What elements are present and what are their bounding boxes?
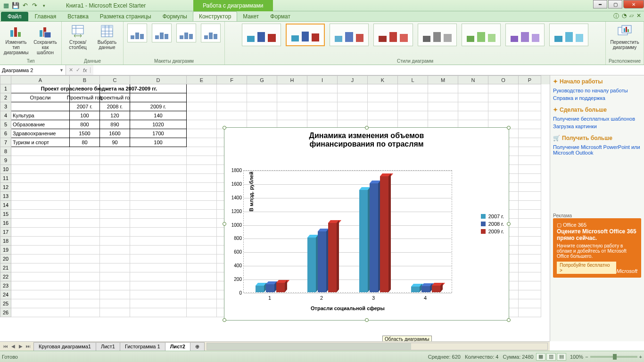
cell[interactable] <box>70 228 100 237</box>
column-header[interactable]: K <box>368 75 398 84</box>
cell[interactable] <box>458 102 488 111</box>
cell[interactable] <box>187 237 217 246</box>
cell[interactable] <box>187 281 217 290</box>
select-data-button[interactable]: Выбрать данные <box>94 23 120 51</box>
cell[interactable] <box>100 201 130 210</box>
chart-bar[interactable] <box>328 223 337 292</box>
cell[interactable] <box>11 165 70 174</box>
cell[interactable] <box>70 281 100 290</box>
cell[interactable] <box>100 174 130 183</box>
tab-home[interactable]: Главная <box>29 12 62 21</box>
cell[interactable] <box>100 290 130 299</box>
cell[interactable] <box>187 308 217 317</box>
zoom-level[interactable]: 100% <box>570 354 583 360</box>
cell[interactable] <box>11 246 70 255</box>
cell[interactable] <box>519 192 541 201</box>
cell[interactable] <box>368 102 398 111</box>
cell[interactable] <box>247 111 277 120</box>
cell[interactable]: 120 <box>100 111 130 120</box>
cell[interactable] <box>187 111 217 120</box>
row-header[interactable]: 26 <box>0 308 11 317</box>
chart-plot-area[interactable]: В млрд. рублей Отрасли социальной сферы … <box>243 170 452 293</box>
cell[interactable] <box>100 272 130 281</box>
row-header[interactable]: 3 <box>0 102 11 111</box>
row-header[interactable]: 14 <box>0 201 11 210</box>
cell[interactable] <box>11 183 70 192</box>
cell[interactable] <box>519 290 541 299</box>
cell[interactable] <box>130 192 187 201</box>
cell[interactable]: 90 <box>100 138 130 147</box>
cell[interactable] <box>70 156 100 165</box>
cell[interactable] <box>277 93 307 102</box>
cell[interactable] <box>11 192 70 201</box>
tab-formulas[interactable]: Формулы <box>157 12 193 21</box>
tab-chart-design[interactable]: Конструктор <box>193 11 237 21</box>
minimize-button[interactable]: ━ <box>593 0 607 8</box>
column-header[interactable]: N <box>458 75 488 84</box>
cell[interactable] <box>187 255 217 263</box>
tab-insert[interactable]: Вставка <box>62 12 94 21</box>
cell[interactable] <box>130 183 187 192</box>
cell[interactable] <box>187 192 217 201</box>
cell[interactable] <box>519 228 541 237</box>
cell[interactable] <box>519 201 541 210</box>
cell[interactable] <box>398 111 428 120</box>
cell[interactable] <box>11 102 70 111</box>
cell[interactable] <box>519 165 541 174</box>
cell[interactable] <box>187 201 217 210</box>
pane-link[interactable]: Получение бесплатных шаблонов <box>553 115 641 123</box>
cell[interactable] <box>11 281 70 290</box>
row-header[interactable]: 16 <box>0 219 11 228</box>
cell[interactable] <box>187 174 217 183</box>
chart-bar[interactable] <box>276 283 285 292</box>
cell[interactable]: 1600 <box>100 129 130 138</box>
chart-legend-item[interactable]: 2009 г. <box>481 229 504 234</box>
cell[interactable] <box>70 246 100 255</box>
cell[interactable] <box>519 263 541 272</box>
cell[interactable] <box>130 246 187 255</box>
cell[interactable] <box>187 138 217 147</box>
cell[interactable] <box>100 308 130 317</box>
chart-object[interactable]: Динамика изменения объемов финансировани… <box>224 127 509 321</box>
cell[interactable] <box>130 308 187 317</box>
cell[interactable] <box>247 102 277 111</box>
row-header[interactable]: 13 <box>0 192 11 201</box>
cell[interactable] <box>187 210 217 219</box>
cell[interactable] <box>187 120 217 129</box>
cell[interactable] <box>187 147 217 156</box>
cell[interactable] <box>130 165 187 174</box>
cell[interactable]: 100 <box>130 138 187 147</box>
cell[interactable] <box>130 156 187 165</box>
cell[interactable] <box>519 93 541 102</box>
chart-style-thumb[interactable] <box>286 24 325 46</box>
chart-style-thumb[interactable] <box>330 24 369 46</box>
chart-y-axis-label[interactable]: В млрд. рублей <box>248 172 254 212</box>
column-header[interactable]: A <box>11 75 70 84</box>
chart-legend-item[interactable]: 2008 г. <box>481 221 504 227</box>
cell[interactable]: Туризм и спорт <box>11 138 70 147</box>
cell[interactable] <box>488 102 519 111</box>
sheet-nav-prev-icon[interactable]: ◀ <box>9 344 17 349</box>
column-header[interactable]: O <box>488 75 519 84</box>
chart-style-thumb[interactable] <box>462 24 501 46</box>
name-box[interactable]: ▼ <box>0 65 66 75</box>
cell[interactable] <box>519 156 541 165</box>
row-header[interactable]: 5 <box>0 120 11 129</box>
row-header[interactable]: 6 <box>0 129 11 138</box>
horizontal-scrollbar[interactable] <box>206 343 548 350</box>
cell[interactable] <box>519 299 541 308</box>
move-chart-button[interactable]: Переместить диаграмму <box>611 23 638 51</box>
cell[interactable]: 1500 <box>70 129 100 138</box>
cell[interactable] <box>277 84 307 93</box>
cell[interactable] <box>130 147 187 156</box>
cell[interactable] <box>100 228 130 237</box>
tab-page-layout[interactable]: Разметка страницы <box>94 12 157 21</box>
cell[interactable] <box>428 111 458 120</box>
sheet-nav-last-icon[interactable]: ⏭ <box>25 344 32 349</box>
cell[interactable] <box>11 156 70 165</box>
cell[interactable] <box>338 93 368 102</box>
chart-bar[interactable] <box>256 286 264 292</box>
cell[interactable] <box>519 246 541 255</box>
enter-formula-icon[interactable]: ✓ <box>76 67 80 73</box>
cell[interactable] <box>519 272 541 281</box>
